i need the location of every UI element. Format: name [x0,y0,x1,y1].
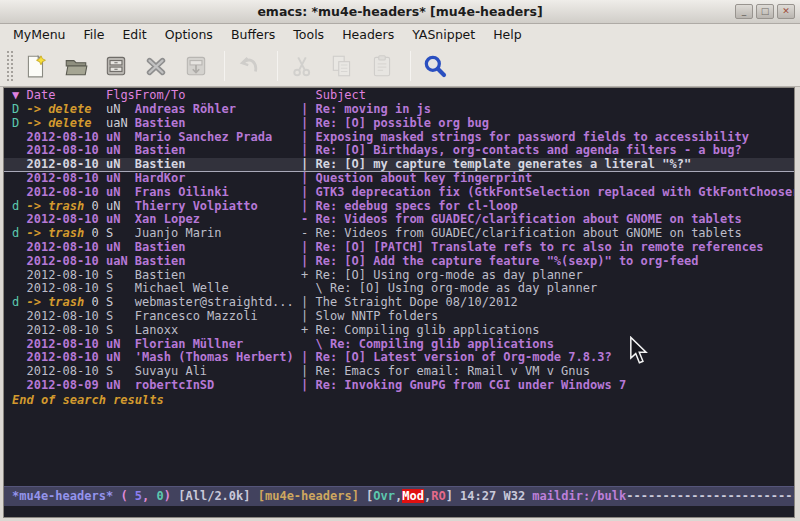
modeline-segment [128,489,135,503]
modeline-segment: 5 [135,489,142,503]
menu-item-file[interactable]: File [75,24,114,45]
message-row[interactable]: 2012-08-10 S Lanoxx + Re: Compiling glib… [4,324,794,338]
cut-icon [289,53,315,79]
window-title: emacs: *mu4e-headers* [mu4e-headers] [257,4,542,19]
modeline-segment: ( [120,489,127,503]
delete-icon [143,53,169,79]
save-icon [103,53,129,79]
copy-icon [329,53,355,79]
message-row[interactable]: 2012-08-10 uN Bastien | Re: [O] my captu… [4,158,794,172]
message-row[interactable]: 2012-08-10 uN HardKor | Question about k… [4,172,794,186]
message-list: D -> delete uN Andreas Röhler | Re: movi… [4,103,794,393]
maximize-icon: □ [761,6,770,16]
menu-item-yasnippet[interactable]: YASnippet [403,24,484,45]
toolbar-separator [224,51,225,81]
column-header-date[interactable]: Date [26,88,105,102]
new-file-icon [23,53,49,79]
modeline-segment: [All/2.0k] [171,489,258,503]
toolbar-drag-handle[interactable] [6,50,15,82]
copy-button [328,52,356,80]
menu-item-options[interactable]: Options [156,24,222,45]
modeline-segment: 14:27 W32 [460,489,532,503]
minimize-button[interactable]: _ [735,4,753,19]
window-buttons: _□✕ [735,4,795,19]
modeline-segment: RO [431,489,445,503]
menu-item-help[interactable]: Help [484,24,531,45]
undo-button [235,52,263,80]
end-of-results: End of search results [4,393,794,407]
message-row[interactable]: D -> delete uaN Bastien | Re: [O] possib… [4,117,794,131]
close-button[interactable]: ✕ [777,4,795,19]
new-file-button[interactable] [22,52,50,80]
open-button[interactable] [62,52,90,80]
message-row[interactable]: 2012-08-10 uN Florian Müllner \ Re: Comp… [4,338,794,352]
message-row[interactable]: d -> trash 0 uN Thierry Volpiatto | Re: … [4,200,794,214]
open-icon [63,53,89,79]
save-as-button [182,52,210,80]
message-row[interactable]: 2012-08-10 uN Frans Oilinki | GTK3 depre… [4,186,794,200]
message-row[interactable]: 2012-08-10 uN Bastien | Re: [O] Birthday… [4,144,794,158]
menu-item-edit[interactable]: Edit [113,24,155,45]
column-header-subject[interactable]: Subject [315,88,366,102]
menu-item-mymenu[interactable]: MyMenu [4,24,75,45]
message-row[interactable]: d -> trash 0 S Juanjo Marin - Re: Videos… [4,227,794,241]
message-row[interactable]: 2012-08-09 uN robertcInSD | Re: Invoking… [4,379,794,393]
column-header-from[interactable]: From/To [135,88,316,102]
message-row[interactable]: 2012-08-10 S Suvayu Ali | Re: Emacs for … [4,365,794,379]
message-row[interactable]: 2012-08-10 S Bastien + Re: [O] Using org… [4,269,794,283]
sort-indicator[interactable]: ▼ [12,88,26,102]
emacs-frame: { "window": { "title": "emacs: *mu4e-hea… [0,0,800,521]
search-icon [422,53,448,79]
modeline-segment: -------------------------------- [626,489,794,503]
modeline-segment: ] [446,489,460,503]
cut-button [288,52,316,80]
modeline-segment: maildir:/bulk [532,489,626,503]
paste-icon [369,53,395,79]
search-button[interactable] [421,52,449,80]
menu-item-headers[interactable]: Headers [333,24,403,45]
titlebar: emacs: *mu4e-headers* [mu4e-headers] _□✕ [0,0,800,24]
toolbar-separator [410,51,411,81]
modeline-segment: Ovr [373,489,395,503]
modeline-segment: [mu4e-headers] [258,489,359,503]
menu-bar: MyMenuFileEditOptionsBuffersToolsHeaders… [0,24,800,45]
minimize-icon: _ [742,6,747,16]
save-as-icon [183,53,209,79]
message-row[interactable]: 2012-08-10 uN Xan Lopez - Re: Videos fro… [4,213,794,227]
message-row[interactable]: D -> delete uN Andreas Röhler | Re: movi… [4,103,794,117]
column-header-flags[interactable]: Flgs [106,88,135,102]
column-headers[interactable]: ▼ Date FlgsFrom/To Subject [4,88,794,103]
modeline-segment: ) [164,489,171,503]
modeline-segment: Mod [402,489,424,503]
message-row[interactable]: 2012-08-10 uN Mario Sanchez Prada | Expo… [4,131,794,145]
delete-button[interactable] [142,52,170,80]
toolbar-separator [277,51,278,81]
modeline-segment: *mu4e-headers* [12,489,113,503]
message-row[interactable]: 2012-08-10 uN 'Mash (Thomas Herbert) | R… [4,351,794,365]
menu-item-tools[interactable]: Tools [284,24,333,45]
modeline-segment [149,489,156,503]
message-row[interactable]: d -> trash 0 S webmaster@straightd... | … [4,296,794,310]
menu-item-buffers[interactable]: Buffers [222,24,284,45]
message-row[interactable]: 2012-08-10 uN Bastien | Re: [O] [PATCH] … [4,241,794,255]
paste-button [368,52,396,80]
message-row[interactable]: 2012-08-10 uaN Bastien | Re: [O] Add the… [4,255,794,269]
message-row[interactable]: 2012-08-10 S Michael Welle \ Re: [O] Usi… [4,282,794,296]
message-row[interactable]: 2012-08-10 S Francesco Mazzoli | Slow NN… [4,310,794,324]
close-icon: ✕ [782,6,790,16]
save-button[interactable] [102,52,130,80]
maximize-button[interactable]: □ [756,4,774,19]
modeline-segment: 0 [157,489,164,503]
undo-icon [236,53,262,79]
mode-line[interactable]: *mu4e-headers* ( 5, 0) [All/2.0k] [mu4e-… [4,486,794,506]
modeline-segment: [ [359,489,373,503]
toolbar [0,45,800,87]
echo-area [4,506,794,517]
editor-area: ▼ Date FlgsFrom/To Subject D -> delete u… [3,87,795,518]
